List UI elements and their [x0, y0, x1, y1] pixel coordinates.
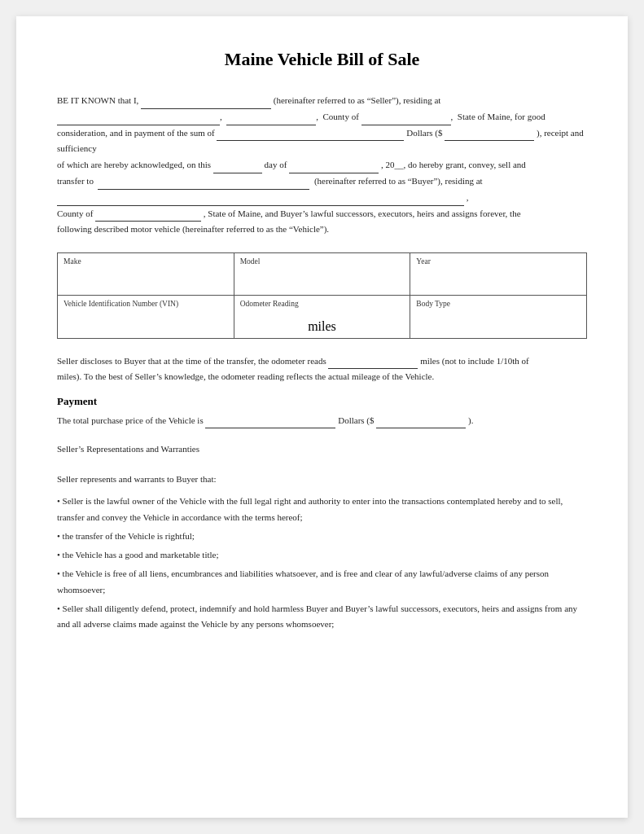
bullet-5: • Seller shall diligently defend, protec… — [57, 601, 587, 633]
year-label: Year — [416, 257, 580, 266]
odometer-reading-line — [328, 358, 418, 369]
seller-address-line — [57, 114, 220, 125]
document-title: Maine Vehicle Bill of Sale — [57, 49, 587, 70]
intro-line2-end: State of Maine, for good — [458, 112, 545, 121]
intro-line1-start: BE IT KNOWN that I, — [57, 95, 138, 105]
representations-block: Seller’s Representations and Warranties … — [57, 441, 587, 633]
intro-line6-end: , — [467, 192, 469, 202]
intro-line7-end: , State of Maine, and Buyer’s lawful suc… — [204, 208, 521, 218]
representations-heading-text: Seller’s Representations and Warranties — [57, 444, 199, 454]
intro-line8: following described motor vehicle (herei… — [57, 224, 329, 234]
payment-heading: Payment — [57, 395, 587, 408]
odometer-text1: Seller discloses to Buyer that at the ti… — [57, 356, 326, 366]
bullet-3: • the Vehicle has a good and marketable … — [57, 547, 587, 563]
representations-heading: Seller’s Representations and Warranties — [57, 441, 587, 457]
buyer-name-line — [98, 178, 309, 190]
purchase-price-dollars-line — [376, 417, 466, 428]
intro-line4-start: of which are hereby acknowledged, on thi… — [57, 160, 211, 169]
odometer-cell: Odometer Reading miles — [234, 296, 410, 339]
payment-paragraph: The total purchase price of the Vehicle … — [57, 413, 587, 428]
vin-label: Vehicle Identification Number (VIN) — [64, 300, 228, 308]
odometer-text2: miles (not to include 1/10th of — [420, 356, 529, 366]
day-line — [213, 162, 262, 173]
seller-name-line — [141, 98, 271, 109]
intro-line4-day: day of — [265, 160, 287, 169]
intro-line1-mid: (hereinafter referred to as “Seller”), r… — [274, 95, 441, 105]
odometer-text3: miles). To the best of Seller’s knowledg… — [57, 371, 434, 381]
payment-text2: Dollars ($ — [338, 415, 374, 425]
make-label: Make — [64, 257, 228, 266]
payment-text3: ). — [468, 415, 473, 425]
bullet-2: • the transfer of the Vehicle is rightfu… — [57, 529, 587, 544]
buyer-address-line — [57, 195, 464, 206]
purchase-price-words-line — [205, 417, 335, 428]
vin-cell: Vehicle Identification Number (VIN) — [58, 296, 234, 339]
buyer-county-line — [95, 210, 201, 222]
sum-dollars-line — [445, 129, 534, 141]
body-type-cell: Body Type — [410, 296, 587, 339]
odometer-section: Seller discloses to Buyer that at the ti… — [57, 353, 587, 385]
sum-words-line — [217, 129, 404, 141]
bullet-4: • the Vehicle is free of all liens, encu… — [57, 566, 587, 598]
model-label: Model — [240, 257, 405, 266]
intro-line4-end: , do hereby grant, convey, sell and — [403, 160, 526, 169]
document-container: Maine Vehicle Bill of Sale BE IT KNOWN t… — [16, 16, 628, 818]
vehicle-table: Make Model Year Vehicle Identification N… — [57, 252, 587, 339]
seller-county-line — [361, 114, 451, 125]
intro-line4-year: , 20 — [381, 160, 395, 169]
intro-line3-mid: Dollars ($ — [406, 128, 442, 138]
intro-block: BE IT KNOWN that I, (hereinafter referre… — [57, 93, 587, 238]
year-cell: Year — [410, 253, 587, 296]
county-label: County of — [323, 112, 359, 121]
intro-line5-mid: (hereinafter referred to as “Buyer”), re… — [314, 176, 483, 186]
payment-text1: The total purchase price of the Vehicle … — [57, 415, 204, 425]
model-cell: Model — [234, 253, 410, 296]
body-type-label: Body Type — [416, 300, 580, 308]
odometer-label: Odometer Reading — [240, 300, 405, 308]
month-line — [289, 162, 379, 173]
bullet-1: • Seller is the lawful owner of the Vehi… — [57, 494, 587, 525]
seller-city-line — [226, 114, 316, 125]
representations-intro: Seller represents and warrants to Buyer … — [57, 472, 587, 487]
miles-text: miles — [240, 319, 405, 334]
intro-line3-start: consideration, and in payment of the sum… — [57, 128, 215, 138]
county-of-label: County of — [57, 208, 93, 218]
spacer — [57, 463, 587, 472]
make-cell: Make — [58, 253, 234, 296]
intro-line5-start: transfer to — [57, 176, 94, 186]
